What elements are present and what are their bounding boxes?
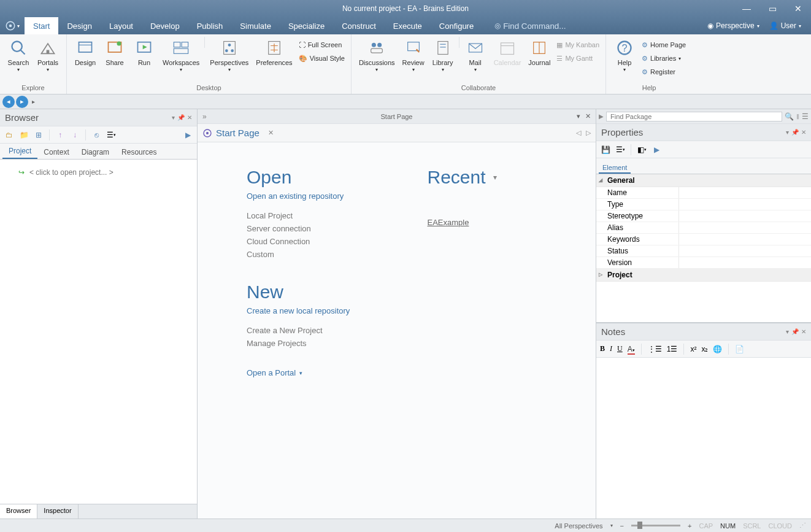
find-command-input[interactable]	[501, 20, 574, 32]
up-icon[interactable]: ↑	[55, 129, 66, 141]
bottom-tab-browser[interactable]: Browser	[0, 504, 37, 519]
close-button[interactable]: ✕	[785, 0, 811, 17]
mykanban-button[interactable]: ▦My Kanban	[554, 38, 602, 52]
tab-close-icon[interactable]: ✕	[268, 129, 274, 137]
hamburger-icon[interactable]: ☰	[802, 112, 809, 121]
close-icon[interactable]: ✕	[187, 114, 192, 121]
open-local-project[interactable]: Local Project	[247, 209, 366, 222]
save-icon[interactable]: 💾	[600, 144, 611, 155]
italic-button[interactable]: I	[610, 344, 612, 353]
dropdown-icon[interactable]: ▾	[786, 328, 789, 335]
bold-button[interactable]: B	[600, 344, 605, 353]
find-command[interactable]: ◎	[494, 20, 574, 32]
review-button[interactable]: Review ▾	[399, 37, 428, 74]
close-icon[interactable]: ✕	[801, 129, 806, 136]
new-diagram-icon[interactable]: ⊞	[33, 129, 44, 141]
tab-configure[interactable]: Configure	[431, 17, 482, 34]
list-ul-button[interactable]: ⋮☰	[648, 345, 662, 353]
perspectives-button[interactable]: Perspectives ▾	[206, 37, 252, 74]
prev-icon[interactable]: ◁	[576, 129, 581, 137]
document-button[interactable]: 📄	[735, 345, 744, 353]
recent-eaexample[interactable]: EAExample	[428, 216, 547, 229]
run-button[interactable]: Run	[129, 37, 159, 67]
open-project-placeholder[interactable]: ↪ < click to open project... >	[6, 166, 191, 179]
tab-construct[interactable]: Construct	[333, 17, 385, 34]
subscript-button[interactable]: x₂	[701, 345, 708, 353]
portals-button[interactable]: Portals ▾	[33, 37, 63, 74]
hamburger-icon[interactable]: ☰▾	[106, 129, 117, 141]
search-icon[interactable]: 🔍	[785, 112, 794, 121]
find-package-input[interactable]	[606, 112, 782, 121]
user-button[interactable]: 👤 User ▾	[764, 21, 806, 30]
prop-row-keywords[interactable]: Keywords	[596, 234, 811, 245]
browser-tab-diagram[interactable]: Diagram	[75, 145, 115, 159]
zoom-slider[interactable]	[631, 525, 680, 526]
prop-row-name[interactable]: Name	[596, 187, 811, 199]
list-icon[interactable]: ☰▾	[615, 144, 626, 155]
status-perspectives[interactable]: All Perspectives	[555, 522, 602, 530]
new-package-icon[interactable]: 🗀	[4, 129, 15, 141]
down-icon[interactable]: ↓	[69, 129, 80, 141]
new-manage-projects[interactable]: Manage Projects	[247, 337, 366, 350]
prop-row-status[interactable]: Status	[596, 245, 811, 257]
resize-grip-icon[interactable]: ⋰	[799, 522, 806, 530]
open-cloud-connection[interactable]: Cloud Connection	[247, 235, 366, 248]
zoom-thumb[interactable]	[637, 522, 642, 529]
browser-tab-project[interactable]: Project	[2, 144, 37, 159]
mygantt-button[interactable]: ☰My Gantt	[554, 52, 602, 65]
status-dropdown-icon[interactable]: ▾	[610, 523, 613, 528]
dropdown-icon[interactable]: ▾	[786, 129, 789, 136]
underline-button[interactable]: U	[617, 344, 623, 353]
tab-publish[interactable]: Publish	[188, 17, 232, 34]
journal-button[interactable]: Journal	[525, 37, 554, 67]
expand-right-icon[interactable]: ▶	[599, 113, 604, 120]
props-group-general[interactable]: General	[596, 174, 811, 187]
tab-design[interactable]: Design	[58, 17, 100, 34]
help-button[interactable]: ? Help ▾	[610, 37, 639, 74]
prop-row-alias[interactable]: Alias	[596, 222, 811, 234]
workspaces-button[interactable]: Workspaces ▾	[159, 37, 203, 74]
doc-dropdown-icon[interactable]: ▾	[577, 112, 580, 120]
calendar-button[interactable]: Calendar	[490, 37, 525, 67]
link-icon[interactable]: ⎋	[91, 129, 102, 141]
register-button[interactable]: ⚙Register	[639, 65, 688, 79]
properties-tab-element[interactable]: Element	[599, 163, 631, 174]
prop-row-version[interactable]: Version	[596, 257, 811, 269]
breadcrumb-arrow-icon[interactable]: ▸	[32, 98, 35, 105]
minimize-button[interactable]: —	[734, 0, 759, 17]
open-portal-link[interactable]: Open a Portal ▾	[247, 368, 366, 377]
collapse-icon[interactable]: ▶	[182, 129, 193, 141]
library-button[interactable]: Library ▾	[428, 37, 458, 74]
bars-icon[interactable]: ⦀	[796, 112, 799, 121]
doc-tab-label[interactable]: Start Page	[381, 113, 413, 120]
libraries-button[interactable]: ⚙Libraries▾	[639, 52, 688, 65]
tab-develop[interactable]: Develop	[142, 17, 188, 34]
close-icon[interactable]: ✕	[801, 328, 806, 335]
stereotype-icon[interactable]: ◧▾	[636, 144, 647, 155]
notes-body[interactable]	[596, 358, 811, 519]
open-custom[interactable]: Custom	[247, 248, 366, 261]
chevron-down-icon[interactable]: ▾	[493, 173, 497, 182]
app-icon[interactable]: ▾	[0, 20, 25, 31]
list-ol-button[interactable]: 1☰	[667, 345, 678, 353]
maximize-button[interactable]: ▭	[759, 0, 785, 17]
tab-execute[interactable]: Execute	[385, 17, 431, 34]
prop-row-type[interactable]: Type	[596, 199, 811, 210]
pin-icon[interactable]: 📌	[177, 114, 185, 121]
tab-layout[interactable]: Layout	[101, 17, 142, 34]
pin-icon[interactable]: 📌	[791, 328, 799, 335]
tab-start[interactable]: Start	[25, 17, 58, 34]
tab-simulate[interactable]: Simulate	[231, 17, 280, 34]
superscript-button[interactable]: x²	[690, 345, 696, 353]
nav-next-icon[interactable]: ▶	[651, 144, 662, 155]
new-folder-icon[interactable]: 📁	[18, 129, 29, 141]
preferences-button[interactable]: Preferences	[252, 37, 296, 67]
perspective-button[interactable]: ◉ Perspective ▾	[702, 21, 764, 30]
bottom-tab-inspector[interactable]: Inspector	[37, 504, 78, 519]
discussions-button[interactable]: Discussions ▾	[355, 37, 399, 74]
expand-icon[interactable]: »	[202, 112, 207, 121]
nav-forward-button[interactable]: ▸	[16, 96, 28, 108]
nav-back-button[interactable]: ◂	[2, 96, 15, 108]
prop-row-stereotype[interactable]: Stereotype	[596, 210, 811, 222]
visualstyle-button[interactable]: 🎨Visual Style	[296, 52, 347, 65]
